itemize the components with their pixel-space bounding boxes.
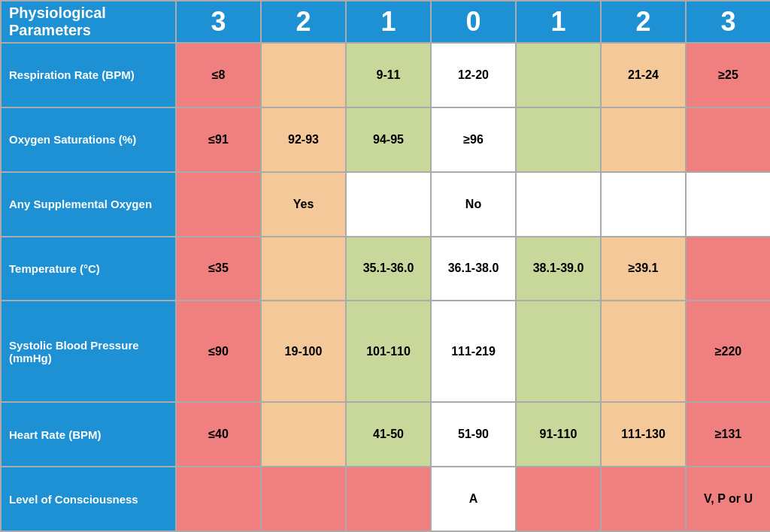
cell-r3-c6: [686, 237, 770, 301]
cell-r1-c4: [516, 107, 601, 172]
cell-r1-c6: [686, 107, 770, 172]
score-header-3b: 3: [686, 1, 770, 43]
score-header-0: 0: [431, 1, 516, 43]
table-row: Heart Rate (BPM)≤4041-5051-9091-110111-1…: [1, 402, 770, 467]
cell-r5-c1: [261, 402, 346, 467]
cell-r1-c0: ≤91: [176, 107, 261, 172]
cell-r6-c3: A: [431, 467, 516, 531]
header-row: Physiological Parameters 3 2 1 0 1 2 3: [1, 1, 770, 43]
cell-r2-c3: No: [431, 172, 516, 237]
cell-r5-c5: 111-130: [601, 402, 686, 467]
score-header-1a: 1: [346, 1, 431, 43]
table-row: Any Supplemental OxygenYesNo: [1, 172, 770, 237]
cell-r5-c6: ≥131: [686, 402, 770, 467]
cell-r0-c1: [261, 43, 346, 107]
cell-r6-c5: [601, 467, 686, 531]
cell-r6-c0: [176, 467, 261, 531]
cell-r4-c5: [601, 301, 686, 402]
cell-r5-c3: 51-90: [431, 402, 516, 467]
cell-r1-c3: ≥96: [431, 107, 516, 172]
cell-r1-c5: [601, 107, 686, 172]
cell-r0-c3: 12-20: [431, 43, 516, 107]
score-header-1b: 1: [516, 1, 601, 43]
cell-r0-c5: 21-24: [601, 43, 686, 107]
score-header-3a: 3: [176, 1, 261, 43]
cell-r4-c1: 19-100: [261, 301, 346, 402]
cell-r3-c1: [261, 237, 346, 301]
table-row: Level of ConsciousnessAV, P or U: [1, 467, 770, 531]
table-row: Respiration Rate (BPM)≤89-1112-2021-24≥2…: [1, 43, 770, 107]
cell-r4-c2: 101-110: [346, 301, 431, 402]
cell-r0-c0: ≤8: [176, 43, 261, 107]
cell-r2-c5: [601, 172, 686, 237]
cell-r5-c4: 91-110: [516, 402, 601, 467]
cell-r1-c2: 94-95: [346, 107, 431, 172]
cell-r4-c3: 111-219: [431, 301, 516, 402]
cell-r0-c2: 9-11: [346, 43, 431, 107]
table-row: Systolic Blood Pressure (mmHg)≤9019-1001…: [1, 301, 770, 402]
cell-r6-c4: [516, 467, 601, 531]
cell-r2-c0: [176, 172, 261, 237]
cell-r2-c4: [516, 172, 601, 237]
cell-r1-c1: 92-93: [261, 107, 346, 172]
row-label-3: Temperature (°C): [1, 237, 176, 301]
row-label-4: Systolic Blood Pressure (mmHg): [1, 301, 176, 402]
cell-r5-c0: ≤40: [176, 402, 261, 467]
cell-r2-c6: [686, 172, 770, 237]
cell-r6-c6: V, P or U: [686, 467, 770, 531]
table-row: Temperature (°C)≤3535.1-36.036.1-38.038.…: [1, 237, 770, 301]
cell-r0-c6: ≥25: [686, 43, 770, 107]
cell-r2-c1: Yes: [261, 172, 346, 237]
cell-r0-c4: [516, 43, 601, 107]
cell-r3-c0: ≤35: [176, 237, 261, 301]
cell-r4-c0: ≤90: [176, 301, 261, 402]
cell-r4-c4: [516, 301, 601, 402]
row-label-2: Any Supplemental Oxygen: [1, 172, 176, 237]
param-header: Physiological Parameters: [1, 1, 176, 43]
cell-r6-c2: [346, 467, 431, 531]
cell-r3-c3: 36.1-38.0: [431, 237, 516, 301]
cell-r5-c2: 41-50: [346, 402, 431, 467]
score-header-2a: 2: [261, 1, 346, 43]
cell-r6-c1: [261, 467, 346, 531]
cell-r3-c5: ≥39.1: [601, 237, 686, 301]
cell-r4-c6: ≥220: [686, 301, 770, 402]
table-row: Oxygen Saturations (%)≤9192-9394-95≥96: [1, 107, 770, 172]
row-label-6: Level of Consciousness: [1, 467, 176, 531]
score-header-2b: 2: [601, 1, 686, 43]
row-label-5: Heart Rate (BPM): [1, 402, 176, 467]
row-label-0: Respiration Rate (BPM): [1, 43, 176, 107]
row-label-1: Oxygen Saturations (%): [1, 107, 176, 172]
cell-r3-c2: 35.1-36.0: [346, 237, 431, 301]
cell-r3-c4: 38.1-39.0: [516, 237, 601, 301]
cell-r2-c2: [346, 172, 431, 237]
